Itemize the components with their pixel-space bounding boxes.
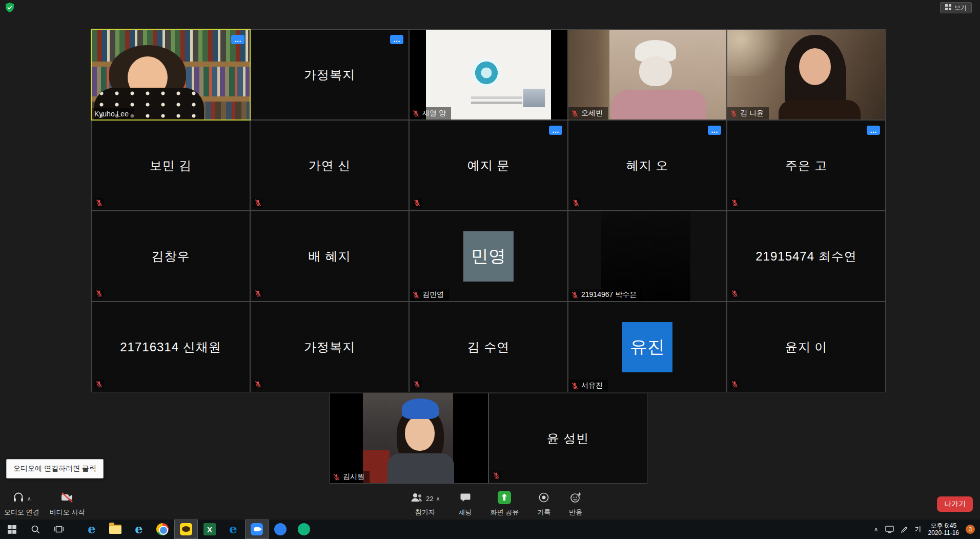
- participant-tile[interactable]: 21915474 최수연: [727, 211, 885, 301]
- video-scene-screen: [601, 211, 690, 301]
- participant-tile[interactable]: 혜지 오…: [568, 121, 726, 210]
- chat-button[interactable]: 채팅: [459, 489, 472, 520]
- participant-tile[interactable]: Kyuho Lee…: [92, 30, 250, 119]
- taskbar-app-band[interactable]: [269, 520, 292, 539]
- participant-name: Kyuho Lee: [94, 110, 129, 118]
- audio-options-chevron[interactable]: ∧: [27, 495, 31, 502]
- muted-mic-indicator: [730, 198, 740, 208]
- participant-video: [330, 393, 488, 483]
- taskbar-app-edge[interactable]: e: [80, 520, 104, 539]
- share-screen-label: 화면 공유: [491, 508, 519, 517]
- task-view-button[interactable]: [47, 520, 71, 539]
- taskbar-app-chrome[interactable]: [151, 520, 174, 539]
- start-video-button[interactable]: 비디오 시작: [50, 489, 85, 520]
- tile-more-options-button[interactable]: …: [549, 126, 562, 135]
- muted-mic-icon: [571, 382, 579, 390]
- participant-name: 김 나윤: [740, 109, 764, 118]
- share-screen-button[interactable]: 화면 공유: [491, 489, 519, 520]
- participant-tile[interactable]: 보민 김: [92, 121, 250, 210]
- tile-more-options-button[interactable]: …: [231, 35, 244, 44]
- participant-tile[interactable]: 가정복지…: [251, 30, 409, 119]
- tile-more-options-button[interactable]: …: [867, 126, 880, 135]
- meeting-topbar: 보기: [0, 0, 980, 15]
- participants-icon: [410, 491, 423, 506]
- participant-name-centered: 배 혜지: [251, 211, 409, 301]
- pen-tray-icon[interactable]: [901, 526, 908, 533]
- participant-video: [92, 30, 250, 119]
- display-tray-icon[interactable]: [885, 526, 894, 533]
- participant-tile[interactable]: 가연 신: [251, 121, 409, 210]
- connect-audio-button[interactable]: ∧ 오디오 연결: [4, 489, 39, 520]
- participant-name-label: 21914967 박수은: [568, 289, 642, 301]
- participant-name-centered: 21915474 최수연: [727, 211, 885, 301]
- muted-mic-indicator: [492, 471, 501, 481]
- taskbar-app-whale[interactable]: [292, 520, 316, 539]
- muted-mic-indicator: [730, 289, 740, 298]
- participants-button[interactable]: 22 ∧ 참가자: [410, 489, 440, 520]
- participant-name-centered: 윤 성빈: [489, 393, 647, 483]
- participant-tile[interactable]: 김 수연: [410, 302, 567, 392]
- zoom-meeting-window: { "topbar": { "view_label": "보기" }, "too…: [0, 0, 980, 539]
- reactions-label: 반응: [569, 508, 582, 517]
- muted-mic-indicator: [94, 380, 104, 389]
- tile-more-options-button[interactable]: …: [708, 126, 721, 135]
- taskbar-search-button[interactable]: [24, 520, 47, 539]
- participant-name-centered: 가연 신: [251, 121, 409, 210]
- participant-name-centered: 윤지 이: [727, 302, 885, 392]
- ime-language-indicator[interactable]: 가: [915, 525, 922, 534]
- muted-mic-icon: [493, 472, 500, 480]
- participant-tile[interactable]: 재열 양: [410, 30, 567, 119]
- participant-tile[interactable]: 윤지 이: [727, 302, 885, 392]
- record-icon: [538, 491, 550, 506]
- notification-badge[interactable]: 3: [966, 525, 975, 534]
- muted-mic-icon: [731, 199, 739, 207]
- participant-name-label: 김 나윤: [727, 107, 769, 119]
- record-button[interactable]: 기록: [537, 489, 550, 520]
- leave-meeting-button[interactable]: 나가기: [937, 496, 973, 512]
- participant-tile[interactable]: 오세빈: [568, 30, 726, 119]
- taskbar-clock[interactable]: 오후 6:45 2020-11-16: [928, 522, 959, 536]
- view-button[interactable]: 보기: [940, 2, 972, 13]
- participant-tile[interactable]: 유진서유진: [568, 302, 726, 392]
- participant-tile[interactable]: 가정복지: [251, 302, 409, 392]
- muted-mic-indicator: [412, 380, 422, 389]
- muted-mic-indicator: [412, 198, 422, 208]
- participant-tile[interactable]: 김시원: [330, 393, 488, 483]
- participant-name: 서유진: [581, 381, 603, 390]
- taskbar-app-excel[interactable]: X: [198, 520, 221, 539]
- taskbar-app-file-explorer[interactable]: [104, 520, 127, 539]
- participant-tile[interactable]: 김창우: [92, 211, 250, 301]
- participant-video: [568, 30, 726, 119]
- participant-tile[interactable]: 배 혜지: [251, 211, 409, 301]
- muted-mic-icon: [254, 199, 262, 207]
- taskbar-app-kakaotalk[interactable]: [174, 520, 198, 539]
- muted-mic-indicator: [730, 380, 740, 389]
- participant-name-label: 오세빈: [568, 107, 608, 119]
- participant-tile[interactable]: 21716314 신채원: [92, 302, 250, 392]
- taskbar-app-zoom[interactable]: [245, 520, 269, 539]
- video-scene-body: [611, 90, 706, 119]
- participant-tile[interactable]: 주은 고…: [727, 121, 885, 210]
- participant-avatar: 유진: [622, 322, 672, 372]
- tile-more-options-button[interactable]: …: [390, 35, 403, 44]
- participant-tile[interactable]: 예지 문…: [410, 121, 567, 210]
- toolbar-left-cluster: ∧ 오디오 연결 비디오 시작: [4, 489, 85, 520]
- taskbar-app-internet-explorer[interactable]: e: [127, 520, 151, 539]
- muted-mic-indicator: [94, 289, 104, 298]
- participants-options-chevron[interactable]: ∧: [436, 495, 440, 502]
- muted-mic-icon: [413, 199, 421, 207]
- reactions-button[interactable]: 반응: [569, 489, 582, 520]
- participant-video: [410, 30, 567, 119]
- participant-tile[interactable]: 21914967 박수은: [568, 211, 726, 301]
- taskbar-apps: eeXe: [80, 520, 316, 539]
- participant-tile[interactable]: 김 나윤: [727, 30, 885, 119]
- tray-hidden-icons-chevron[interactable]: ∧: [874, 526, 879, 533]
- taskbar-app-edge-blue[interactable]: e: [221, 520, 245, 539]
- start-button[interactable]: [0, 520, 24, 539]
- participant-name-centered: 김창우: [92, 211, 250, 301]
- participant-name: 김시원: [343, 472, 364, 482]
- participant-tile[interactable]: 민영김민영: [410, 211, 567, 301]
- participant-tile[interactable]: 윤 성빈: [489, 393, 647, 483]
- reactions-icon: [569, 491, 582, 506]
- video-scene-body: [779, 100, 861, 119]
